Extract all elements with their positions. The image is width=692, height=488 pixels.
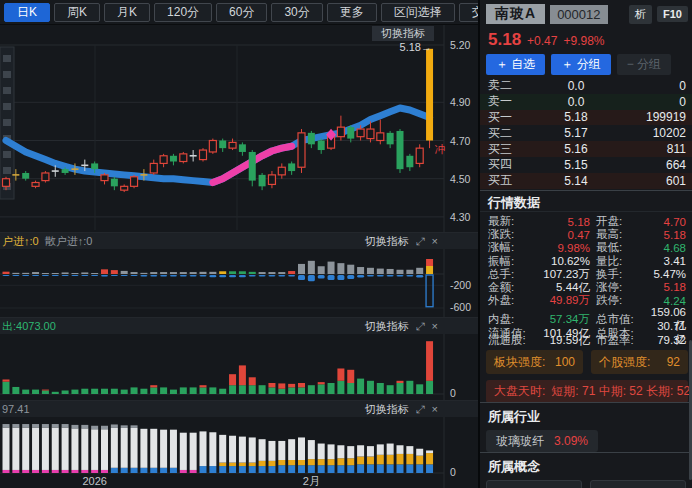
price-change: +0.47 [527, 34, 557, 48]
main-kline-panel[interactable]: 切换指标 5.204.904.704.504.305.18→冲 [0, 25, 478, 232]
order-row-买二[interactable]: 买二5.1710202 [480, 125, 692, 141]
order-volume: 0 [624, 79, 686, 93]
quote-row: 涨跌:0.47最高:5.18 [480, 227, 692, 240]
switch-indicator-button-2[interactable]: 切换指标 [365, 234, 409, 249]
order-level: 买三 [488, 141, 528, 158]
expand-icon[interactable]: ⤢ [416, 320, 425, 333]
order-row-买四[interactable]: 买四5.15664 [480, 157, 692, 173]
svg-text:0: 0 [450, 387, 456, 399]
quote-row: 金额:5.44亿涨停:5.18 [480, 280, 692, 293]
svg-text:2月: 2月 [303, 475, 320, 487]
order-level: 买一 [488, 109, 528, 126]
order-volume: 199919 [624, 110, 686, 124]
close-icon[interactable]: × [432, 235, 438, 247]
quote-row: 外盘:49.89万跌停:4.24 [480, 293, 692, 306]
order-price: 0.0 [528, 79, 624, 93]
timing-values: 短期: 71 中期: 52 长期: 52 [551, 383, 690, 400]
retail-value-label: 散户进↑:0 [45, 234, 93, 249]
tab-周K[interactable]: 周K [54, 3, 100, 22]
expand-icon[interactable]: ⤢ [416, 403, 425, 416]
add-group-button[interactable]: ＋ 分组 [551, 54, 610, 75]
close-icon[interactable]: × [432, 403, 438, 415]
concept-chip[interactable] [590, 480, 686, 488]
order-price: 5.16 [528, 142, 624, 156]
order-row-买一[interactable]: 买一5.18199919 [480, 110, 692, 126]
tab-月K[interactable]: 月K [104, 3, 150, 22]
close-icon[interactable]: × [432, 320, 438, 332]
sector-strength-chip[interactable]: 板块强度: 100 [486, 350, 583, 374]
quote-row: 总手:107.23万换手:5.47% [480, 267, 692, 280]
switch-indicator-button-3[interactable]: 切换指标 [365, 319, 409, 334]
order-volume: 601 [624, 174, 686, 188]
tab-60分[interactable]: 60分 [216, 3, 267, 22]
order-level: 卖一 [488, 93, 528, 110]
svg-text:4.90: 4.90 [450, 96, 471, 108]
concept-chip[interactable] [486, 480, 582, 488]
industry-chip[interactable]: 玻璃玻纤 3.09% [486, 430, 598, 452]
svg-text:4.70: 4.70 [450, 135, 471, 147]
toolbar: 日K周K月K120分60分30分更多 区间选择交易系统 [0, 0, 478, 25]
analyze-button[interactable]: 析 [629, 5, 652, 24]
switch-indicator-button-1[interactable]: 切换指标 [372, 26, 434, 41]
add-watchlist-button[interactable]: ＋ 自选 [486, 54, 545, 75]
stock-code-input[interactable]: 000012 [550, 5, 607, 24]
stock-name: 南玻A [486, 4, 545, 24]
strength-indicator-panel[interactable]: 97.41 切换指标 ⤢ × 120020262月 [0, 400, 478, 488]
order-row-买三[interactable]: 买三5.16811 [480, 141, 692, 157]
order-level: 买五 [488, 172, 528, 189]
order-price: 5.14 [528, 174, 624, 188]
price-summary: 5.18 +0.47 +9.98% [488, 30, 605, 50]
stock-strength-chip[interactable]: 个股强度: 92 [591, 350, 688, 374]
order-level: 买二 [488, 125, 528, 142]
order-price: 5.18 [528, 110, 624, 124]
volume-indicator-panel[interactable]: 出:4073.00 切换指标 ⤢ × 1.50万0 [0, 317, 478, 400]
industry-name: 玻璃玻纤 [496, 433, 544, 450]
stock-strength-label: 个股强度: [599, 354, 650, 371]
quote-row: 流通股:19.59亿市盈率:79.32 [480, 333, 692, 346]
funds-panel-header: 户进↑:0 散户进↑:0 切换指标 ⤢ × [0, 233, 478, 249]
tab-日K[interactable]: 日K [4, 3, 50, 22]
current-price-annotation: 5.18→ [400, 41, 432, 53]
quote-row: 涨幅:9.98%最低:4.68 [480, 240, 692, 253]
price-change-pct: +9.98% [563, 34, 604, 48]
switch-indicator-button-4[interactable]: 切换指标 [365, 402, 409, 417]
stock-header: 南玻A 000012 析 F10 [486, 4, 688, 24]
main-kline-chart[interactable]: 5.204.904.704.504.305.18→冲 [0, 25, 478, 232]
order-row-买五[interactable]: 买五5.14601 [480, 173, 692, 189]
order-level: 买四 [488, 156, 528, 173]
sector-strength-value: 100 [555, 355, 575, 369]
quote-side-panel: 南玻A 000012 析 F10 5.18 +0.47 +9.98% ＋ 自选 … [478, 0, 692, 488]
quote-data-title: 行情数据 [480, 190, 692, 212]
remove-group-button[interactable]: − 分组 [617, 54, 671, 75]
last-price: 5.18 [488, 30, 521, 50]
volume-panel-header: 出:4073.00 切换指标 ⤢ × [0, 318, 478, 334]
watchlist-buttons: ＋ 自选 ＋ 分组 − 分组 [486, 54, 671, 75]
order-volume: 811 [624, 142, 686, 156]
order-volume: 664 [624, 158, 686, 172]
sector-strength-label: 板块强度: [494, 354, 545, 371]
svg-text:2026: 2026 [82, 475, 106, 487]
svg-text:4.30: 4.30 [450, 211, 471, 223]
f10-button[interactable]: F10 [657, 6, 688, 22]
strength-chips: 板块强度: 100 个股强度: 92 [486, 350, 688, 374]
button-区间选择[interactable]: 区间选择 [381, 3, 455, 22]
order-price: 5.15 [528, 158, 624, 172]
svg-text:4.50: 4.50 [450, 173, 471, 185]
quote-row: 最新:5.18开盘:4.70 [480, 214, 692, 227]
tab-120分[interactable]: 120分 [154, 3, 212, 22]
market-timing-chip[interactable]: 大盘天时: 短期: 71 中期: 52 长期: 52 [486, 380, 688, 403]
funds-indicator-panel[interactable]: 户进↑:0 散户进↑:0 切换指标 ⤢ × 400-200-600 [0, 232, 478, 317]
tab-更多[interactable]: 更多 [327, 3, 377, 22]
order-row-卖二[interactable]: 卖二0.00 [480, 78, 692, 94]
order-volume: 0 [624, 95, 686, 109]
order-row-卖一[interactable]: 卖一0.00 [480, 94, 692, 110]
outflow-value-label: 出:4073.00 [2, 319, 56, 334]
order-price: 0.0 [528, 95, 624, 109]
quote-row: 振幅:10.62%量比:3.41 [480, 254, 692, 267]
expand-icon[interactable]: ⤢ [416, 235, 425, 248]
signal-annotation: 冲 [435, 143, 446, 155]
svg-text:5.20: 5.20 [450, 39, 471, 51]
tab-30分[interactable]: 30分 [271, 3, 322, 22]
strength-value-label: 97.41 [2, 403, 30, 415]
svg-text:-200: -200 [450, 279, 471, 291]
